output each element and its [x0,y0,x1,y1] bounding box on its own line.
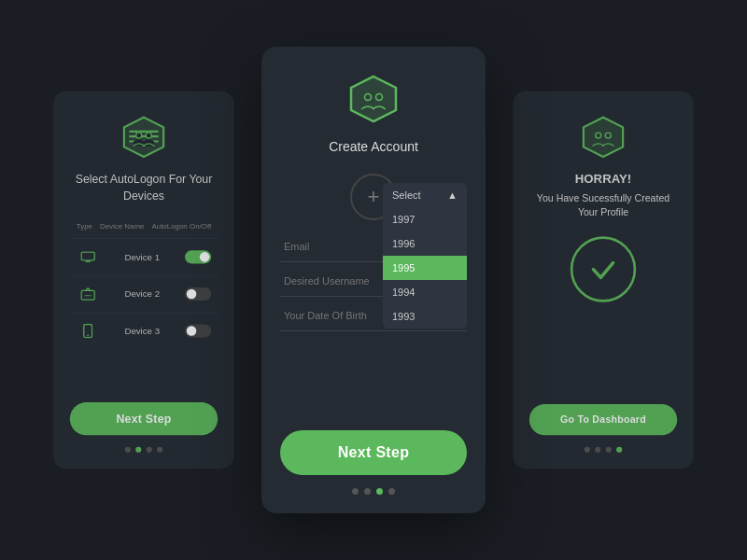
success-title-line1: HORRAY! [575,172,631,186]
device-table-header: Type Device Name AutoLogon On/Off [70,218,218,233]
option-1997[interactable]: 1997 [383,207,467,231]
option-1996[interactable]: 1996 [383,231,467,256]
dot-4 [157,447,162,453]
device-3-name: Device 3 [99,326,185,336]
col-name: Device Name [100,222,145,231]
success-line3: Your Profile [578,207,628,218]
left-card-title: Select AutoLogon For Your Devices [70,172,218,203]
card-left: Select AutoLogon For Your Devices Type D… [53,91,234,469]
col-autologon: AutoLogon On/Off [151,222,211,231]
option-1993[interactable]: 1993 [383,304,467,329]
col-type: Type [77,222,92,231]
rdot-2 [595,447,600,453]
center-card-title: Create Account [329,138,418,157]
center-dots [352,488,395,495]
success-checkmark [571,236,636,301]
device-row-1: Device 1 [70,238,218,275]
device-row-2: Device 2 [70,275,218,313]
logo-left [120,114,166,160]
dot-3 [147,447,152,453]
scene: Select AutoLogon For Your Devices Type D… [0,0,747,560]
cdot-4 [388,488,395,495]
center-next-button[interactable]: Next Step [280,430,467,475]
logo-right [580,114,626,160]
tv-icon [77,283,100,306]
left-next-button[interactable]: Next Step [70,402,218,435]
device-table: Type Device Name AutoLogon On/Off Device… [70,218,218,349]
dot-2 [135,447,141,453]
svg-rect-11 [81,252,94,260]
success-line2: You Have Sucessfully Created [537,192,669,203]
svg-point-17 [87,335,89,337]
right-dots [585,447,622,453]
rdot-3 [606,447,612,453]
option-1995[interactable]: 1995 [383,256,467,280]
success-subtitle: You Have Sucessfully Created Your Profil… [537,190,669,220]
dropdown-header[interactable]: Select ▲ [383,183,467,207]
svg-rect-3 [129,135,159,137]
rdot-4 [616,447,622,453]
device-3-toggle[interactable] [185,325,211,338]
device-2-name: Device 2 [99,289,185,300]
logo-center [347,73,400,125]
card-right: HORRAY! You Have Sucessfully Created You… [513,91,694,469]
device-2-toggle[interactable] [185,287,211,301]
year-dropdown[interactable]: Select ▲ 1997 1996 1995 1994 1993 [383,183,467,329]
cdot-2 [364,488,371,495]
svg-rect-2 [129,131,159,133]
chevron-up-icon: ▲ [447,189,458,201]
mobile-icon [77,319,100,343]
form-section: + Select ▲ 1997 1996 1995 1994 1993 [280,174,467,430]
device-1-toggle[interactable] [185,250,211,263]
cdot-1 [352,488,359,495]
option-1994[interactable]: 1994 [383,280,467,304]
monitor-icon [77,245,100,269]
dropdown-label: Select [392,189,421,201]
device-row-3: Device 3 [70,312,218,349]
dot-1 [125,447,131,453]
cdot-3 [376,488,383,495]
dashboard-button[interactable]: Go To Dashboard [529,404,677,435]
device-1-name: Device 1 [99,252,185,262]
rdot-1 [585,447,590,453]
svg-rect-12 [86,261,91,262]
left-dots [125,447,162,453]
card-center: Create Account + Select ▲ 1997 1996 1995… [261,47,486,513]
